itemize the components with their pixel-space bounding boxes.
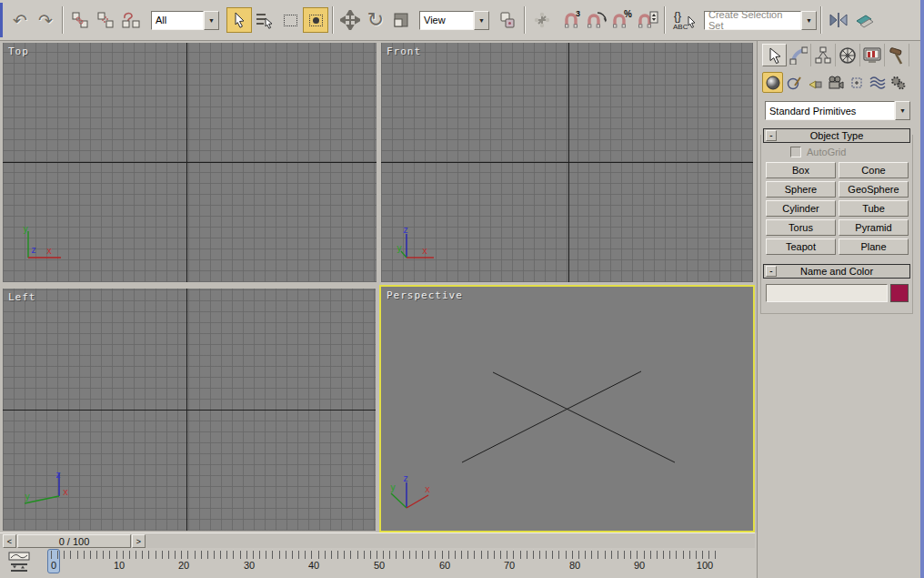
magnet-spinner-icon (636, 9, 659, 31)
torus-button[interactable]: Torus (766, 219, 836, 236)
select-and-manipulate-button[interactable] (529, 7, 555, 33)
select-and-scale-button[interactable] (388, 7, 414, 33)
cylinder-button[interactable]: Cylinder (766, 200, 836, 217)
undo-button[interactable]: ↶ (7, 7, 33, 33)
align-button[interactable] (851, 7, 877, 33)
time-slider-handle[interactable]: 0 / 100 (17, 534, 131, 548)
tab-create[interactable] (762, 44, 787, 66)
selection-filter-value: All (151, 11, 204, 30)
edit-named-selection-sets-button[interactable]: {} ABC (669, 7, 700, 33)
chevron-down-icon[interactable]: ▼ (895, 101, 910, 120)
tab-utilities[interactable] (885, 44, 909, 66)
command-panel-tabs (762, 44, 909, 66)
viewport-label[interactable]: Perspective (387, 289, 463, 301)
viewport-label[interactable]: Front (387, 46, 421, 57)
sphere-button[interactable]: Sphere (766, 181, 836, 198)
rectangular-selection-region-button[interactable] (277, 7, 303, 33)
select-object-button[interactable] (226, 7, 252, 33)
svg-text:x: x (425, 484, 430, 494)
use-pivot-point-center-button[interactable] (495, 7, 520, 33)
collapse-icon[interactable]: - (766, 130, 777, 141)
geosphere-button[interactable]: GeoSphere (839, 181, 909, 198)
create-categories (762, 72, 909, 93)
light-icon (808, 76, 822, 90)
redo-icon: ↷ (38, 12, 53, 29)
align-icon (853, 10, 875, 30)
track-bar[interactable]: 0 10 20 30 40 50 60 70 80 90 100 (0, 548, 755, 578)
chevron-down-icon[interactable]: ▼ (801, 11, 817, 30)
snap-toggle-3d-button[interactable]: 3 (558, 7, 584, 33)
viewport-perspective[interactable]: Perspective z y x (379, 285, 755, 532)
primitive-category-dropdown[interactable]: Standard Primitives ▼ (765, 101, 910, 120)
chevron-down-icon[interactable]: ▼ (204, 11, 219, 30)
toolbar-separator (524, 6, 526, 34)
reference-coordinate-system-dropdown[interactable]: View ▼ (419, 11, 489, 30)
primitive-category-value: Standard Primitives (765, 101, 895, 120)
viewport-top[interactable]: Top y x z (3, 43, 377, 282)
viewport-left[interactable]: Left z x y (3, 289, 376, 531)
svg-text:z: z (31, 245, 36, 255)
svg-text:3: 3 (576, 9, 580, 18)
svg-text:z: z (55, 471, 61, 480)
axis-tripod: z x y (388, 225, 443, 270)
unlink-selection-button[interactable] (93, 7, 118, 33)
mini-curve-editor-icon[interactable] (7, 552, 33, 573)
named-selection-set-dropdown[interactable]: Create Selection Set ▼ (704, 11, 817, 30)
tab-motion[interactable] (836, 44, 860, 66)
ruler-label: 100 (687, 560, 723, 571)
viewport-area: Top y x z Front z x y (0, 41, 757, 532)
box-button[interactable]: Box (766, 162, 836, 178)
object-type-rollout-header[interactable]: - Object Type (763, 128, 910, 143)
selection-filter-dropdown[interactable]: All ▼ (151, 11, 219, 30)
previous-frame-button[interactable]: < (3, 534, 16, 548)
window-right-border (920, 0, 924, 578)
ruler-ticks (51, 551, 721, 559)
pyramid-button[interactable]: Pyramid (839, 219, 909, 236)
percent-snap-toggle-button[interactable]: % (609, 7, 635, 33)
category-geometry[interactable] (762, 72, 783, 93)
viewport-front[interactable]: Front z x y (381, 43, 753, 282)
autogrid-checkbox[interactable] (790, 147, 801, 157)
bind-to-spacewarp-button[interactable] (118, 7, 144, 33)
tube-button[interactable]: Tube (839, 200, 909, 217)
toolbar-separator (332, 6, 334, 34)
object-name-input[interactable] (766, 284, 888, 302)
select-by-name-button[interactable] (252, 7, 277, 33)
plane-button[interactable]: Plane (839, 238, 909, 255)
tab-hierarchy[interactable] (811, 44, 836, 66)
name-color-rollout-header[interactable]: - Name and Color (763, 264, 910, 279)
category-cameras[interactable] (825, 72, 846, 93)
toolbar-separator (820, 6, 822, 34)
select-and-link-button[interactable] (67, 7, 93, 33)
svg-text:y: y (397, 243, 402, 253)
spinner-snap-toggle-button[interactable] (635, 7, 660, 33)
select-and-rotate-button[interactable]: ↻ (363, 7, 388, 33)
object-color-swatch[interactable] (890, 284, 909, 302)
scale-icon (392, 11, 410, 29)
viewport-label[interactable]: Top (8, 46, 29, 57)
chevron-down-icon[interactable]: ▼ (474, 11, 489, 30)
unlink-icon (96, 11, 115, 29)
category-shapes[interactable] (783, 72, 804, 93)
tab-modify[interactable] (787, 44, 811, 66)
collapse-icon[interactable]: - (766, 266, 777, 277)
next-frame-button[interactable]: > (132, 534, 146, 548)
toolbar-drag-handle[interactable] (0, 3, 3, 37)
window-crossing-toggle[interactable] (303, 7, 328, 33)
svg-text:y: y (25, 492, 30, 502)
viewport-label[interactable]: Left (8, 291, 36, 303)
toolbar-separator (62, 6, 64, 34)
mirror-button[interactable] (826, 7, 851, 33)
category-lights[interactable] (804, 72, 825, 93)
category-spacewarps[interactable] (867, 72, 888, 93)
ruler-label: 20 (166, 560, 202, 571)
category-systems[interactable] (888, 72, 909, 93)
cone-button[interactable]: Cone (839, 162, 909, 178)
teapot-button[interactable]: Teapot (766, 238, 836, 255)
select-and-move-button[interactable] (337, 7, 363, 33)
angle-snap-toggle-button[interactable] (584, 7, 609, 33)
svg-text:ABC: ABC (673, 23, 688, 31)
category-helpers[interactable] (846, 72, 867, 93)
tab-display[interactable] (860, 44, 885, 66)
redo-button[interactable]: ↷ (33, 7, 58, 33)
